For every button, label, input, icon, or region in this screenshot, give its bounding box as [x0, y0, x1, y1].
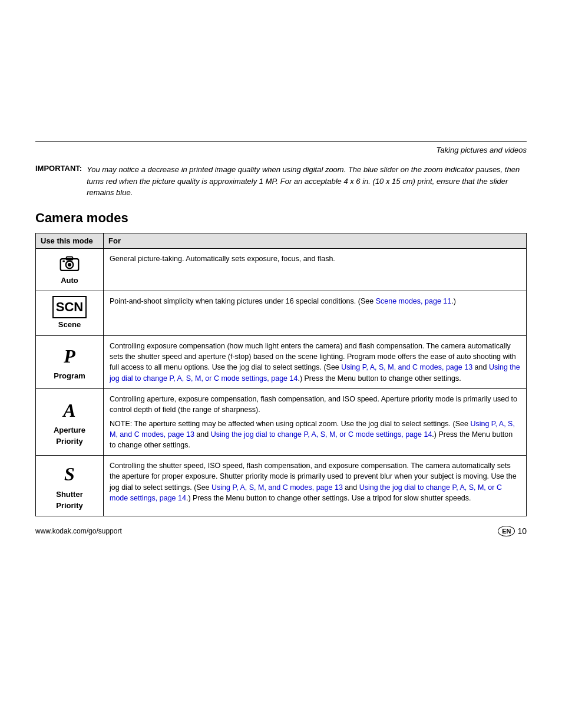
program-link1[interactable]: Using P, A, S, M, and C modes, page 13: [341, 363, 472, 371]
scene-description: Point-and-shoot simplicity when taking p…: [104, 291, 527, 336]
auto-label: Auto: [61, 275, 78, 286]
aperture-and: and: [194, 430, 211, 439]
table-row: S ShutterPriority Controlling the shutte…: [36, 456, 527, 516]
footer-url: www.kodak.com/go/support: [35, 527, 122, 535]
important-text: You may notice a decrease in printed ima…: [87, 164, 527, 199]
aperture-description: Controlling aperture, exposure compensat…: [104, 388, 527, 456]
aperture-link2[interactable]: Using the jog dial to change P, A, S, M,…: [211, 430, 432, 439]
header-title-text: Taking pictures and videos: [437, 146, 527, 154]
program-label: Program: [54, 371, 85, 382]
mode-icon-name-auto: Auto: [36, 248, 104, 291]
page-number: 10: [517, 526, 527, 536]
header-rule: [35, 141, 527, 142]
footer: www.kodak.com/go/support EN 10: [0, 516, 562, 546]
col-header-mode: Use this mode: [36, 233, 104, 248]
page: Taking pictures and videos IMPORTANT: Yo…: [0, 0, 562, 728]
program-description: Controlling exposure compensation (how m…: [104, 336, 527, 389]
mode-icon-name-shutter: S ShutterPriority: [36, 456, 104, 516]
table-row: SCN Scene Point-and-shoot simplicity whe…: [36, 291, 527, 336]
modes-table: Use this mode For: [35, 233, 527, 517]
scn-icon: SCN: [52, 296, 87, 318]
shutter-desc-end: .) Press the Menu button to change other…: [186, 494, 471, 502]
scene-label: Scene: [58, 319, 81, 331]
important-label: IMPORTANT:: [35, 164, 82, 199]
aperture-label: AperturePriority: [54, 425, 85, 447]
header-area: Taking pictures and videos: [0, 0, 562, 154]
auto-description: General picture-taking. Automatically se…: [104, 248, 527, 291]
svg-point-3: [68, 262, 71, 266]
mode-icon-name-scene: SCN Scene: [36, 291, 104, 336]
a-icon: A: [63, 397, 75, 424]
scene-desc-text: Point-and-shoot simplicity when taking p…: [110, 297, 376, 305]
table-row: A AperturePriority Controlling aperture,…: [36, 388, 527, 456]
auto-desc-text: General picture-taking. Automatically se…: [110, 255, 335, 263]
footer-page-info: EN 10: [498, 526, 527, 536]
p-icon: P: [64, 342, 75, 370]
program-and: and: [472, 363, 489, 371]
table-row: P Program Controlling exposure compensat…: [36, 336, 527, 389]
scene-desc-end: .): [451, 297, 456, 305]
shutter-description: Controlling the shutter speed, ISO speed…: [104, 456, 527, 516]
mode-icon-name-aperture: A AperturePriority: [36, 388, 104, 456]
important-section: IMPORTANT: You may notice a decrease in …: [0, 164, 562, 199]
svg-rect-4: [62, 260, 65, 262]
scene-modes-link[interactable]: Scene modes, page 11: [376, 297, 452, 305]
auto-icon: [59, 253, 80, 274]
shutter-link1[interactable]: Using P, A, S, M, and C modes, page 13: [211, 483, 343, 492]
col-header-for: For: [104, 233, 527, 248]
camera-modes-heading: Camera modes: [0, 210, 562, 226]
mode-icon-name-program: P Program: [36, 336, 104, 389]
program-desc-end: .) Press the Menu button to change other…: [297, 374, 461, 383]
aperture-note: NOTE: The aperture setting may be affect…: [110, 419, 520, 450]
aperture-desc-text1: Controlling aperture, exposure compensat…: [110, 395, 517, 414]
table-row: Auto General picture-taking. Automatical…: [36, 248, 527, 291]
aperture-note-text: NOTE: The aperture setting may be affect…: [110, 420, 470, 428]
header-title: Taking pictures and videos: [35, 146, 527, 154]
shutter-label: ShutterPriority: [56, 489, 83, 512]
s-icon: S: [64, 460, 75, 487]
en-badge: EN: [498, 526, 515, 536]
section-title: Camera modes: [35, 210, 527, 226]
shutter-and: and: [343, 483, 359, 492]
